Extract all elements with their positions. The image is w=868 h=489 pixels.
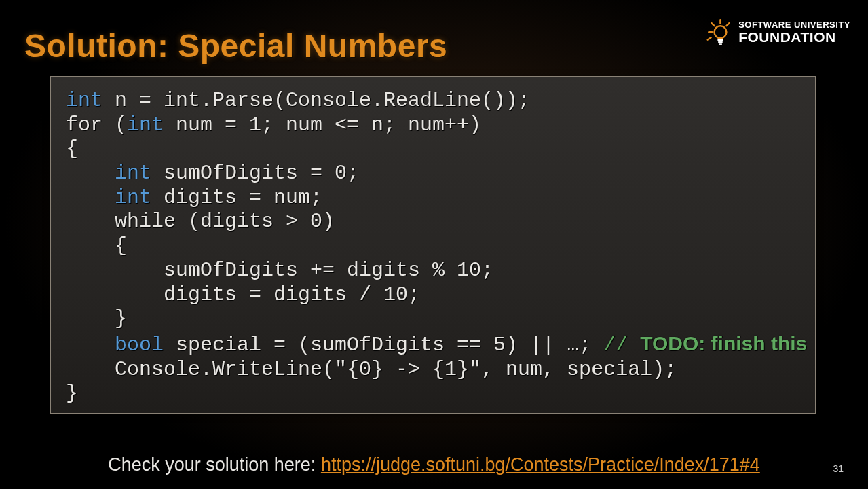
code-block: int n = int.Parse(Console.ReadLine()); f… bbox=[50, 76, 816, 414]
brand-logo: SOFTWARE UNIVERSITY FOUNDATION bbox=[704, 18, 850, 48]
code-content: int n = int.Parse(Console.ReadLine()); f… bbox=[66, 89, 800, 406]
slide-title: Solution: Special Numbers bbox=[24, 27, 447, 65]
page-number: 31 bbox=[833, 463, 844, 474]
svg-rect-2 bbox=[718, 41, 723, 43]
svg-rect-3 bbox=[719, 43, 722, 45]
solution-link[interactable]: https://judge.softuni.bg/Contests/Practi… bbox=[321, 454, 760, 475]
svg-point-0 bbox=[715, 26, 727, 38]
lightbulb-icon bbox=[704, 18, 733, 48]
svg-line-6 bbox=[727, 23, 730, 26]
footer-label: Check your solution here: bbox=[108, 454, 321, 475]
svg-line-8 bbox=[708, 37, 711, 39]
footer-text: Check your solution here: https://judge.… bbox=[0, 454, 868, 475]
logo-line-2: FOUNDATION bbox=[738, 30, 850, 45]
svg-rect-1 bbox=[718, 39, 723, 41]
logo-line-1: SOFTWARE UNIVERSITY bbox=[738, 20, 850, 30]
svg-line-5 bbox=[712, 23, 715, 26]
